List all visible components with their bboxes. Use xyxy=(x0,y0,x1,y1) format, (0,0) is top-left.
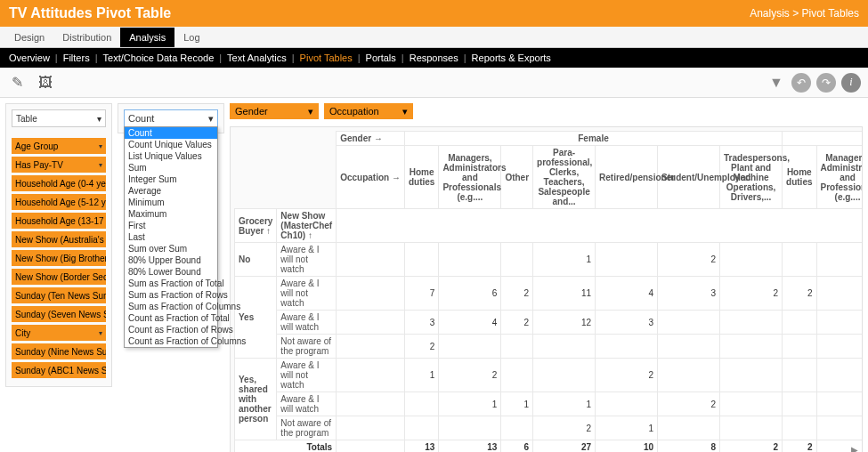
data-cell xyxy=(658,359,720,392)
data-cell: 3 xyxy=(596,311,658,335)
field-pill[interactable]: New Show (Australia's Got Tal▾ xyxy=(12,231,106,247)
view-type-select[interactable]: Table▾ xyxy=(12,109,106,127)
field-pill-label: New Show (Australia's Got Tal xyxy=(15,235,106,245)
subnav-filters[interactable]: Filters xyxy=(63,52,90,63)
picture-icon[interactable]: 🖼 xyxy=(36,73,55,93)
subnav-text-choice-data-recode[interactable]: Text/Choice Data Recode xyxy=(103,52,215,63)
aggregator-select[interactable]: Count▾ xyxy=(124,109,218,127)
aggregator-option[interactable]: Average xyxy=(125,185,217,197)
filter-icon[interactable]: ▼ xyxy=(767,73,786,93)
data-cell: 3 xyxy=(404,311,438,335)
page-title: TV Attitudes Pivot Table xyxy=(9,5,171,21)
subnav-overview[interactable]: Overview xyxy=(9,52,50,63)
data-cell: 2 xyxy=(658,243,720,277)
redo-icon[interactable]: ↷ xyxy=(816,73,836,93)
field-pill[interactable]: Sunday (Nine News Sunday C)▾ xyxy=(12,343,106,359)
column-pill[interactable]: Occupation▾ xyxy=(324,103,413,119)
field-pill-label: Has Pay-TV xyxy=(15,160,63,170)
field-pill[interactable]: New Show (Big Brother Ch9)▾ xyxy=(12,250,106,266)
totals-cell: 27 xyxy=(533,440,596,453)
column-pill[interactable]: Gender▾ xyxy=(230,103,319,119)
pivot-table-container[interactable]: Gender →FemaleMaleOccupation →Home dutie… xyxy=(230,126,863,452)
tab-design[interactable]: Design xyxy=(5,28,53,47)
field-pill[interactable]: Has Pay-TV▾ xyxy=(12,157,106,173)
field-pill[interactable]: Household Age (0-4 years of a▾ xyxy=(12,175,106,191)
data-cell xyxy=(658,311,720,335)
data-cell xyxy=(783,359,816,392)
subnav-text-analytics[interactable]: Text Analytics xyxy=(227,52,287,63)
info-icon[interactable]: i xyxy=(841,73,861,93)
data-cell: 4 xyxy=(439,311,501,335)
data-cell xyxy=(404,392,438,416)
aggregator-option[interactable]: List Unique Values xyxy=(125,150,217,162)
data-cell xyxy=(533,335,596,359)
field-pill-label: City xyxy=(15,328,30,338)
data-cell xyxy=(533,359,596,392)
field-pill[interactable]: Sunday (Seven News Sunday▾ xyxy=(12,306,106,322)
app-header: TV Attitudes Pivot Table Analysis > Pivo… xyxy=(0,0,868,27)
subnav-responses[interactable]: Responses xyxy=(410,52,458,63)
tab-log[interactable]: Log xyxy=(174,28,208,47)
aggregator-option[interactable]: Count as Fraction of Total xyxy=(125,312,217,324)
aggregator-option[interactable]: Count xyxy=(125,127,217,139)
data-cell xyxy=(783,311,816,335)
aggregator-option[interactable]: Minimum xyxy=(125,197,217,208)
pencil-icon[interactable]: ✎ xyxy=(7,73,27,93)
aggregator-option[interactable]: Count as Fraction of Columns xyxy=(125,335,217,347)
field-pill[interactable]: Household Age (5-12 years of▾ xyxy=(12,194,106,210)
data-cell: 4 xyxy=(596,277,658,311)
data-cell xyxy=(501,416,533,440)
aggregator-dropdown[interactable]: CountCount Unique ValuesList Unique Valu… xyxy=(124,126,218,348)
subnav-pivot-tables[interactable]: Pivot Tables xyxy=(300,52,353,63)
aggregator-option[interactable]: Maximum xyxy=(125,208,217,220)
field-pill[interactable]: Sunday (ABC1 News Sunday /▾ xyxy=(12,362,106,378)
data-cell: 1 xyxy=(404,359,438,392)
aggregator-option[interactable]: Sum as Fraction of Total xyxy=(125,278,217,289)
field-pill[interactable]: Age Group▾ xyxy=(12,138,106,154)
field-pill[interactable]: Sunday (Ten News Sunday Ch▾ xyxy=(12,287,106,303)
row-label: Not aware of the program xyxy=(277,335,337,359)
aggregator-option[interactable]: First xyxy=(125,220,217,231)
field-pill-label: Household Age (0-4 years of a xyxy=(15,179,106,189)
data-cell: 2 xyxy=(439,359,501,392)
data-cell: 3 xyxy=(816,359,863,392)
col-header: Other xyxy=(501,146,533,209)
data-cell xyxy=(720,416,783,440)
aggregator-option[interactable]: Sum xyxy=(125,162,217,174)
aggregator-option[interactable]: 80% Lower Bound xyxy=(125,266,217,278)
totals-cell: 2 xyxy=(783,440,816,453)
row-label: Aware & I will watch xyxy=(277,311,337,335)
data-cell: 2 xyxy=(783,277,816,311)
aggregator-option[interactable]: 80% Upper Bound xyxy=(125,254,217,266)
tab-distribution[interactable]: Distribution xyxy=(53,28,120,47)
data-cell xyxy=(720,359,783,392)
totals-cell: 2 xyxy=(720,440,783,453)
data-cell xyxy=(501,359,533,392)
subnav-portals[interactable]: Portals xyxy=(366,52,396,63)
aggregator-option[interactable]: Sum as Fraction of Columns xyxy=(125,301,217,312)
data-cell xyxy=(404,243,438,277)
data-cell: 1 xyxy=(501,392,533,416)
toolbar: ✎ 🖼 ▼ ↶ ↷ i xyxy=(0,68,868,98)
field-pill[interactable]: City▾ xyxy=(12,325,106,341)
aggregator-option[interactable]: Count Unique Values xyxy=(125,139,217,150)
undo-icon[interactable]: ↶ xyxy=(791,73,811,93)
subnav-reports-exports[interactable]: Reports & Exports xyxy=(472,52,551,63)
aggregator-option[interactable]: Count as Fraction of Rows xyxy=(125,324,217,335)
totals-cell: 10 xyxy=(596,440,658,453)
chevron-down-icon: ▾ xyxy=(308,106,313,117)
chevron-down-icon: ▾ xyxy=(402,106,408,117)
aggregator-option[interactable]: Sum as Fraction of Rows xyxy=(125,289,217,301)
field-pill-label: Household Age (5-12 years of xyxy=(15,198,106,207)
breadcrumb[interactable]: Analysis > Pivot Tables xyxy=(750,7,859,20)
field-pill[interactable]: Household Age (13-17 years o▾ xyxy=(12,213,106,229)
tab-analysis[interactable]: Analysis xyxy=(120,28,174,47)
field-pill-label: Sunday (Ten News Sunday Ch xyxy=(15,291,106,301)
row-label: Aware & I will watch xyxy=(277,392,337,416)
scroll-right-icon[interactable]: ▶ xyxy=(851,445,858,452)
field-pill[interactable]: New Show (Border Security Ch▾ xyxy=(12,269,106,285)
aggregator-option[interactable]: Sum over Sum xyxy=(125,243,217,254)
aggregator-option[interactable]: Integer Sum xyxy=(125,174,217,185)
aggregator-option[interactable]: Last xyxy=(125,231,217,243)
chevron-down-icon: ▾ xyxy=(99,329,102,337)
